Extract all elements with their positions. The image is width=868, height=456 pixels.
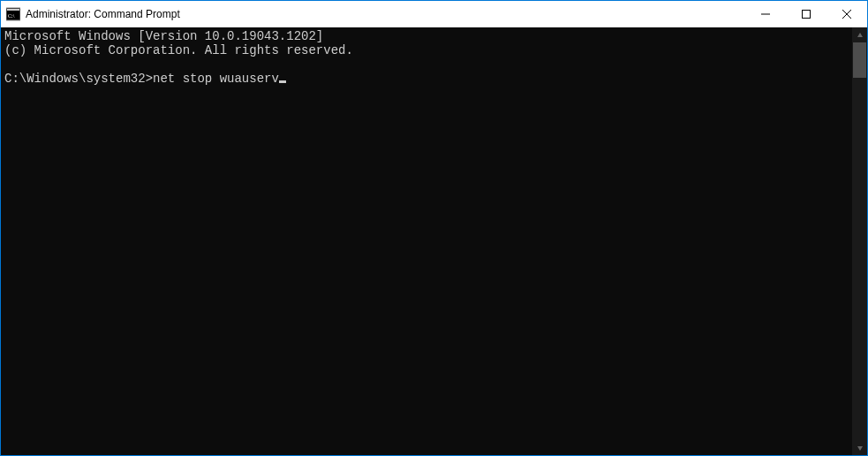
vertical-scrollbar[interactable]: [852, 27, 867, 455]
scroll-down-button[interactable]: [852, 440, 867, 455]
prompt-line: C:\Windows\system32>net stop wuauserv: [4, 72, 286, 86]
svg-text:C:\: C:\: [8, 13, 15, 19]
svg-rect-4: [803, 11, 811, 19]
prompt-text: C:\Windows\system32>: [4, 72, 153, 86]
version-line: Microsoft Windows [Version 10.0.19043.12…: [4, 29, 323, 43]
window-controls: [745, 1, 867, 27]
scroll-up-button[interactable]: [852, 27, 867, 42]
svg-marker-7: [857, 33, 863, 37]
command-prompt-window: C:\ Administrator: Command Prompt Micros…: [0, 0, 868, 456]
svg-rect-1: [7, 9, 19, 11]
terminal-output[interactable]: Microsoft Windows [Version 10.0.19043.12…: [1, 27, 852, 455]
command-text: net stop wuauserv: [153, 72, 279, 86]
titlebar[interactable]: C:\ Administrator: Command Prompt: [1, 1, 867, 27]
window-title: Administrator: Command Prompt: [26, 8, 745, 20]
copyright-line: (c) Microsoft Corporation. All rights re…: [4, 43, 353, 57]
scroll-thumb[interactable]: [853, 42, 866, 78]
close-button[interactable]: [826, 1, 867, 27]
cursor-icon: [279, 80, 286, 83]
command-prompt-icon: C:\: [6, 7, 20, 21]
terminal-wrap: Microsoft Windows [Version 10.0.19043.12…: [1, 27, 867, 455]
minimize-button[interactable]: [745, 1, 786, 27]
maximize-button[interactable]: [786, 1, 826, 27]
svg-marker-8: [857, 446, 863, 451]
